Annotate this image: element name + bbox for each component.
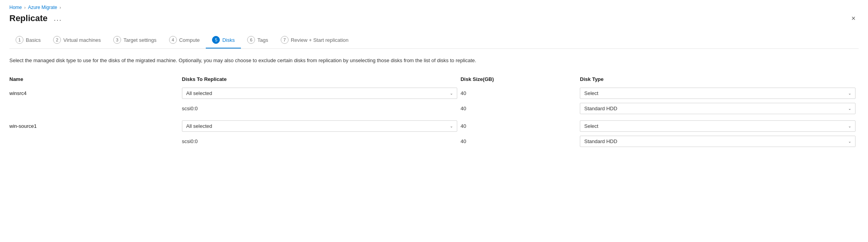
row2-disks-dropdown-cell: All selected ⌄ [182, 117, 461, 134]
breadcrumb-home[interactable]: Home [9, 5, 22, 10]
row1-type-dropdown-cell: Select ⌄ [580, 85, 859, 101]
page-title-row: Replicate ... [9, 13, 64, 23]
step-disks[interactable]: 5 Disks [206, 33, 241, 48]
row2-size: 40 [460, 117, 580, 134]
row1-name: winsrc4 [9, 85, 182, 101]
row1-disks-dropdown-cell: All selected ⌄ [182, 85, 461, 101]
row1-sub-type-dropdown[interactable]: Standard HDD ⌄ [580, 103, 856, 114]
breadcrumb-azure-migrate[interactable]: Azure Migrate [28, 5, 57, 10]
row1-sub-label: scsi0:0 [182, 101, 461, 117]
row2-disks-dropdown[interactable]: All selected ⌄ [182, 120, 458, 132]
breadcrumb-sep2: › [59, 5, 61, 10]
col-header-disks: Disks To Replicate [182, 74, 461, 85]
row2-type-dropdown-cell: Select ⌄ [580, 117, 859, 134]
row1-disks-dropdown[interactable]: All selected ⌄ [182, 88, 458, 99]
table-row: win-source1 All selected ⌄ 40 Select ⌄ [9, 117, 859, 134]
step-basics[interactable]: 1 Basics [9, 33, 47, 48]
step-label-tags: Tags [257, 37, 268, 43]
step-label-compute: Compute [179, 37, 200, 43]
step-review[interactable]: 7 Review + Start replication [274, 33, 355, 48]
row1-type-dropdown[interactable]: Select ⌄ [580, 88, 856, 99]
col-header-type: Disk Type [580, 74, 859, 85]
row1-type-value: Select [584, 90, 598, 96]
ellipsis-button[interactable]: ... [52, 14, 64, 23]
row2-sub-type-value: Standard HDD [584, 138, 617, 144]
disk-table: Name Disks To Replicate Disk Size(GB) Di… [9, 74, 859, 149]
row1-sub-type-value: Standard HDD [584, 106, 617, 111]
table-row: winsrc4 All selected ⌄ 40 Select ⌄ [9, 85, 859, 101]
step-label-basics: Basics [26, 37, 41, 43]
row1-sub-type-cell: Standard HDD ⌄ [580, 101, 859, 117]
row1-disks-chevron-icon: ⌄ [450, 91, 453, 95]
step-circle-basics: 1 [16, 36, 23, 44]
page-header: Replicate ... × [9, 13, 859, 23]
row2-disks-chevron-icon: ⌄ [450, 124, 453, 128]
step-tags[interactable]: 6 Tags [241, 33, 274, 48]
step-label-vm: Virtual machines [63, 37, 101, 43]
row1-sub-size: 40 [460, 101, 580, 117]
step-circle-review: 7 [281, 36, 289, 44]
row2-type-value: Select [584, 123, 598, 129]
table-header-row: Name Disks To Replicate Disk Size(GB) Di… [9, 74, 859, 85]
step-compute[interactable]: 4 Compute [163, 33, 206, 48]
step-label-review: Review + Start replication [291, 37, 349, 43]
row2-type-chevron-icon: ⌄ [848, 124, 851, 128]
col-header-size: Disk Size(GB) [460, 74, 580, 85]
col-header-name: Name [9, 74, 182, 85]
step-circle-disks: 5 [212, 36, 220, 44]
description-text: Select the managed disk type to use for … [9, 57, 859, 65]
table-row: scsi0:0 40 Standard HDD ⌄ [9, 101, 859, 117]
step-circle-compute: 4 [169, 36, 177, 44]
breadcrumb-sep1: › [24, 5, 26, 10]
step-target-settings[interactable]: 3 Target settings [107, 33, 163, 48]
row2-sub-type-chevron-icon: ⌄ [848, 139, 851, 143]
step-label-target: Target settings [123, 37, 157, 43]
step-circle-tags: 6 [247, 36, 255, 44]
row2-type-dropdown[interactable]: Select ⌄ [580, 120, 856, 132]
row1-disks-value: All selected [186, 90, 212, 96]
close-button[interactable]: × [848, 13, 859, 23]
step-circle-target: 3 [113, 36, 121, 44]
page-title: Replicate [9, 13, 48, 23]
row2-sub-type-cell: Standard HDD ⌄ [580, 134, 859, 149]
table-row: scsi0:0 40 Standard HDD ⌄ [9, 134, 859, 149]
step-label-disks: Disks [222, 37, 235, 43]
breadcrumb: Home › Azure Migrate › [9, 5, 859, 10]
row2-sub-label: scsi0:0 [182, 134, 461, 149]
row2-sub-size: 40 [460, 134, 580, 149]
row2-name: win-source1 [9, 117, 182, 134]
row1-sub-type-chevron-icon: ⌄ [848, 106, 851, 111]
row1-type-chevron-icon: ⌄ [848, 91, 851, 95]
row2-sub-empty [9, 134, 182, 149]
row1-sub-empty [9, 101, 182, 117]
row1-size: 40 [460, 85, 580, 101]
wizard-steps: 1 Basics 2 Virtual machines 3 Target set… [9, 33, 859, 49]
step-virtual-machines[interactable]: 2 Virtual machines [47, 33, 107, 48]
row2-sub-type-dropdown[interactable]: Standard HDD ⌄ [580, 136, 856, 147]
step-circle-vm: 2 [53, 36, 61, 44]
row2-disks-value: All selected [186, 123, 212, 129]
